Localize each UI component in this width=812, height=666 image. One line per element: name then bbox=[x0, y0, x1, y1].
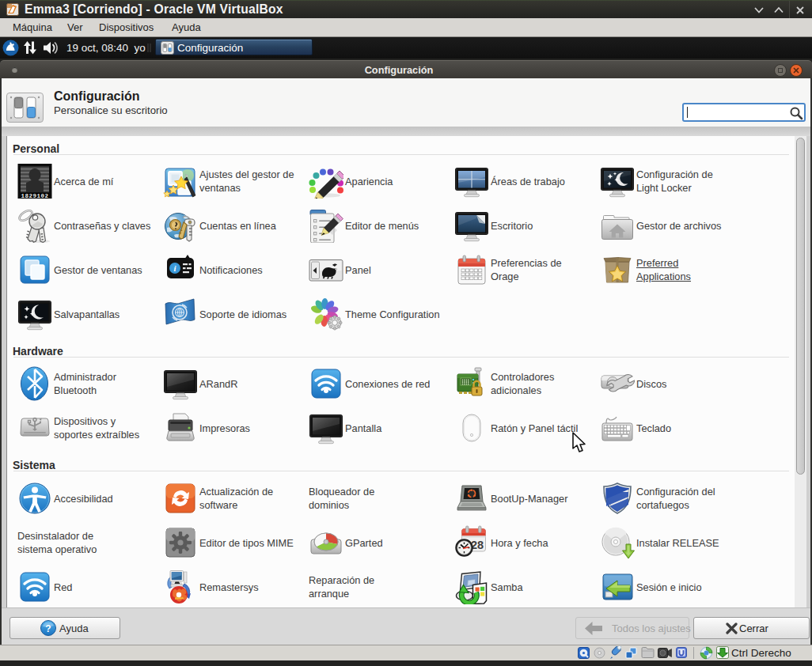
svg-text:?: ? bbox=[45, 623, 51, 634]
svg-text:1829102: 1829102 bbox=[21, 193, 48, 199]
